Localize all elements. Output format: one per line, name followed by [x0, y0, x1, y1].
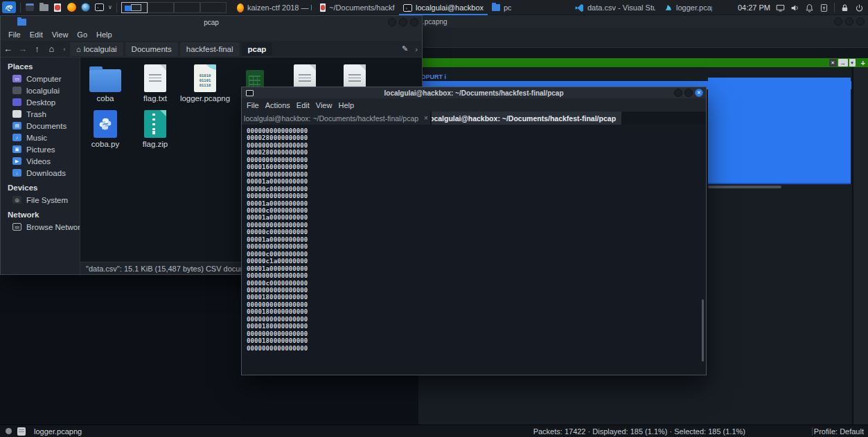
taskbar-item-firefox[interactable]: kaizen-ctf 2018 — Rev… [233, 0, 316, 15]
workspace-4[interactable] [200, 2, 227, 13]
menu-item[interactable]: Go [77, 30, 87, 39]
breadcrumb-hackfest-final[interactable]: hackfest-final [180, 42, 240, 56]
sidebar-item[interactable]: ↓ Downloads [1, 167, 80, 179]
wireshark-titlebar[interactable]: .pcapng [418, 15, 868, 28]
sidebar-item[interactable]: Desktop [1, 96, 80, 108]
sidebar-item-label: Computer [26, 75, 62, 83]
filter-clear-button[interactable]: ✕ [829, 59, 837, 66]
menu-item[interactable]: Help [338, 101, 354, 109]
file-manager-titlebar[interactable]: pcap [1, 16, 422, 28]
home-button[interactable]: ⌂ [44, 44, 59, 54]
breadcrumb-documents[interactable]: Documents [125, 42, 178, 56]
menu-item[interactable]: Help [96, 30, 112, 39]
chevron-right-icon[interactable]: › [415, 45, 418, 53]
sidebar-item[interactable]: ▭ Browse Network [1, 221, 80, 233]
terminal-tab[interactable]: localgulai@hackbox: ~/Documents/hackfest… [242, 112, 430, 125]
menu-item[interactable]: Edit [30, 30, 43, 39]
terminal-titlebar[interactable]: localgulai@hackbox: ~/Documents/hackfest… [242, 87, 706, 98]
workspace-3[interactable] [174, 2, 200, 13]
sidebar-item[interactable]: ▣ Pictures [1, 143, 80, 155]
file-item-flag-zip[interactable]: flag.zip [130, 106, 180, 149]
close-button[interactable]: ✕ [695, 89, 703, 97]
selected-packet-block[interactable] [708, 78, 851, 184]
taskbar-item-vscode[interactable]: data.csv - Visual Studi… [571, 0, 659, 15]
minimize-button[interactable] [388, 18, 396, 26]
workspace-1[interactable] [121, 2, 148, 13]
workspace-switcher[interactable] [121, 2, 227, 13]
kali-menu-button[interactable] [2, 1, 16, 13]
sidebar-item-icon: ▭ [12, 75, 21, 82]
sidebar-item[interactable]: ▤ Documents [1, 120, 80, 132]
file-item-flag-txt[interactable]: flag.txt [130, 60, 180, 103]
close-button[interactable] [410, 18, 418, 26]
horizontal-scrollbar[interactable] [708, 186, 781, 188]
terminal-content[interactable]: 0000000000000000000028000000000000000000… [242, 125, 706, 375]
sidebar-item-label: Pictures [26, 145, 55, 154]
maximize-button[interactable] [684, 89, 693, 97]
back-button[interactable]: ← [1, 44, 15, 54]
sidebar-item[interactable]: ◎ File System [1, 194, 80, 206]
forward-button[interactable]: → [15, 44, 30, 54]
display-filter-bar[interactable]: ✕ → ▾ + [418, 58, 868, 67]
menu-item[interactable]: File [247, 101, 259, 109]
panel-separator [116, 3, 117, 12]
firefox-launcher-icon[interactable] [67, 3, 76, 12]
tab-close-icon[interactable]: × [424, 114, 428, 122]
file-item-logger-pcapng[interactable]: 01010 01101 01110 logger.pcapng [180, 60, 230, 103]
edit-path-icon[interactable]: ✎ [402, 44, 408, 53]
filter-dropdown-button[interactable]: ▾ [849, 59, 856, 66]
taskbar-item-terminal[interactable]: ›_ localgulai@hackbox: ~… [399, 0, 488, 15]
menu-item[interactable]: File [8, 30, 21, 39]
taskbar-item-wireshark[interactable]: logger.pcapng [659, 0, 716, 15]
chevron-down-icon[interactable]: ∨ [108, 4, 112, 10]
expert-info-icon[interactable] [17, 427, 26, 436]
browser-launcher-icon[interactable] [80, 3, 90, 12]
file-item-coba-py[interactable]: coba.py [80, 106, 130, 149]
sidebar-item[interactable]: ♪ Music [1, 132, 80, 143]
top-panel: ›_ ∨ kaizen-ctf 2018 — Rev… ~/Documents/… [0, 0, 868, 15]
sidebar-item[interactable]: ▶ Videos [1, 155, 80, 167]
sidebar-item[interactable]: ▭ Computer [1, 73, 80, 84]
breadcrumb-home[interactable]: ⌂ localgulai [70, 42, 123, 56]
profile-selector[interactable]: Profile: Default [814, 427, 864, 436]
minimize-button[interactable] [834, 17, 842, 26]
file-name: coba [97, 94, 114, 102]
filter-apply-button[interactable]: → [838, 59, 848, 66]
menu-item[interactable]: View [52, 30, 69, 39]
terminal-launcher-icon[interactable]: ›_ [94, 3, 104, 12]
maximize-button[interactable] [845, 17, 853, 26]
text-editor-launcher-icon[interactable] [53, 3, 62, 12]
terminal-tab-active[interactable]: localgulai@hackbox: ~/Documents/hackfest… [432, 112, 621, 125]
minimize-button[interactable] [674, 89, 682, 97]
file-item-coba[interactable]: coba [80, 60, 130, 103]
up-button[interactable]: ↑ [30, 44, 44, 54]
power-icon[interactable] [855, 3, 864, 12]
close-button[interactable] [856, 17, 865, 26]
notifications-bell-icon[interactable] [805, 3, 814, 12]
capture-status-icon[interactable] [6, 428, 12, 434]
maximize-button[interactable] [399, 18, 407, 26]
clock[interactable]: 04:27 PM [738, 3, 770, 12]
window-launcher-icon[interactable] [25, 3, 35, 12]
terminal-scrollbar[interactable] [702, 299, 704, 362]
sidebar-item-icon [12, 87, 21, 94]
volume-icon[interactable] [790, 3, 799, 12]
workspace-2[interactable] [148, 2, 174, 13]
sidebar-item[interactable]: localgulai [1, 84, 80, 96]
breadcrumb-collapse-icon[interactable]: ‹ [60, 46, 69, 53]
file-manager-launcher-icon[interactable] [39, 3, 48, 12]
filter-add-button[interactable]: + [861, 59, 865, 67]
menu-item[interactable]: Actions [265, 101, 290, 109]
vertical-scrollbar-track[interactable] [852, 67, 868, 425]
taskbar-item-document[interactable]: ~/Documents/hackfes… [316, 0, 399, 15]
clipboard-icon[interactable] [820, 3, 829, 12]
breadcrumb-pcap[interactable]: pcap [242, 42, 273, 56]
menu-item[interactable]: Edit [296, 101, 310, 109]
taskbar-item-pcap[interactable]: pcap [488, 0, 515, 15]
lock-icon[interactable] [840, 3, 849, 12]
menu-item[interactable]: View [316, 101, 333, 109]
display-icon[interactable] [776, 3, 785, 12]
sidebar-item-label: File System [26, 196, 68, 204]
sidebar-item[interactable]: Trash [1, 108, 80, 120]
terminal-output-line: 0000000000000000 [247, 142, 706, 149]
